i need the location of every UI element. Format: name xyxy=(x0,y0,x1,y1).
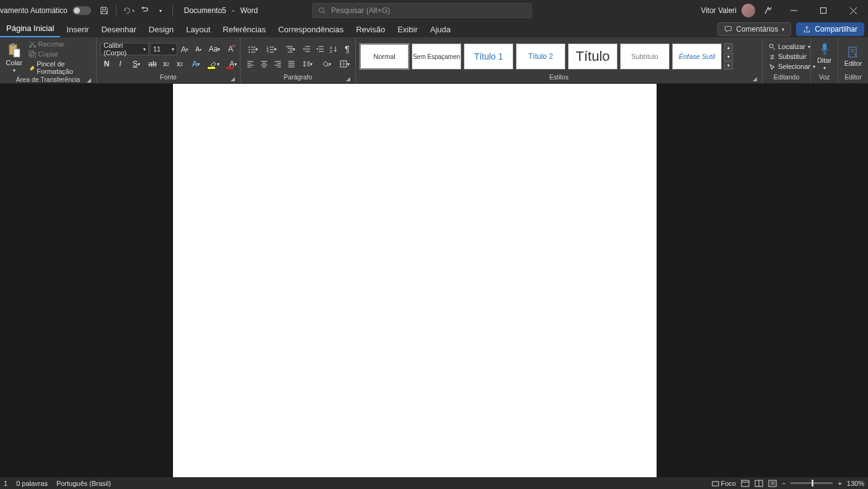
styles-expand[interactable]: ▾ xyxy=(724,61,733,70)
qat-customize[interactable]: ▾ xyxy=(153,2,169,19)
editor-button[interactable]: Editor xyxy=(842,45,864,68)
tab-references[interactable]: Referências xyxy=(216,22,272,37)
tab-home[interactable]: Página Inicial xyxy=(0,21,60,37)
underline-button[interactable]: S▾ xyxy=(128,58,145,70)
show-marks-button[interactable]: ¶ xyxy=(341,43,353,55)
close-button[interactable] xyxy=(841,0,866,21)
tab-review[interactable]: Revisão xyxy=(350,22,391,37)
undo-button[interactable]: ▾ xyxy=(120,2,136,19)
italic-button[interactable]: I xyxy=(114,58,126,70)
dictate-button[interactable]: Ditar ▾ xyxy=(815,42,834,72)
maximize-button[interactable] xyxy=(811,0,836,21)
style-normal[interactable]: Normal xyxy=(360,43,409,70)
superscript-button[interactable]: x2 xyxy=(174,58,186,70)
tab-insert[interactable]: Inserir xyxy=(60,22,95,37)
line-spacing-button[interactable]: ▾ xyxy=(299,58,316,70)
paste-button[interactable]: Colar ▾ xyxy=(4,42,25,74)
read-mode-button[interactable] xyxy=(755,480,763,487)
zoom-in-button[interactable]: + xyxy=(838,480,841,487)
zoom-slider[interactable] xyxy=(790,482,833,484)
svg-rect-3 xyxy=(820,7,826,13)
coming-soon-icon[interactable] xyxy=(760,2,776,19)
clipboard-launcher[interactable]: ◢ xyxy=(87,77,91,83)
bullets-button[interactable]: ▾ xyxy=(244,43,262,55)
user-area: Vitor Valeri xyxy=(701,0,868,21)
tab-draw[interactable]: Desenhar xyxy=(95,22,142,37)
svg-rect-6 xyxy=(9,45,17,55)
search-input[interactable]: Pesquisar (Alt+G) xyxy=(312,3,532,18)
find-button[interactable]: Localizar▾ xyxy=(766,42,818,51)
align-right-button[interactable] xyxy=(272,58,284,70)
align-left-button[interactable] xyxy=(244,58,257,70)
bold-button[interactable]: N xyxy=(100,58,113,70)
sort-button[interactable]: AZ xyxy=(327,43,340,55)
style-heading1[interactable]: Título 1 xyxy=(464,43,513,70)
svg-point-17 xyxy=(249,52,250,53)
select-button[interactable]: Selecionar▾ xyxy=(766,62,818,71)
status-words[interactable]: 0 palavras xyxy=(16,480,48,487)
style-no-spacing[interactable]: Sem Espaçamen xyxy=(412,43,461,70)
strikethrough-button[interactable]: ab xyxy=(146,58,159,70)
font-color-button[interactable]: A▾ xyxy=(224,58,242,70)
svg-point-15 xyxy=(249,49,250,50)
styles-down[interactable]: ▾ xyxy=(724,53,733,61)
text-effects-button[interactable]: A▾ xyxy=(187,58,205,70)
focus-mode-button[interactable]: Foco xyxy=(712,480,736,487)
status-language[interactable]: Português (Brasil) xyxy=(56,480,111,487)
tab-help[interactable]: Ajuda xyxy=(424,22,457,37)
align-center-button[interactable] xyxy=(258,58,270,70)
subscript-button[interactable]: x2 xyxy=(160,58,172,70)
numbering-button[interactable]: 123▾ xyxy=(263,43,280,55)
decrease-indent-button[interactable] xyxy=(300,43,312,55)
style-emphasis[interactable]: Ênfase Sutil xyxy=(672,43,722,70)
change-case-button[interactable]: Aa▾ xyxy=(206,43,223,55)
redo-button[interactable] xyxy=(136,2,153,19)
font-launcher[interactable]: ◢ xyxy=(231,76,235,82)
increase-indent-button[interactable] xyxy=(314,43,326,55)
borders-button[interactable]: ▾ xyxy=(336,58,353,70)
highlight-button[interactable]: ▾ xyxy=(206,58,223,70)
format-painter-button[interactable]: Pincel de Formatação xyxy=(26,60,92,76)
tab-layout[interactable]: Layout xyxy=(180,22,216,37)
print-layout-button[interactable] xyxy=(741,480,750,487)
align-right-icon xyxy=(274,60,281,68)
share-button[interactable]: Compartilhar xyxy=(796,22,864,36)
share-icon xyxy=(803,25,811,34)
web-layout-button[interactable] xyxy=(768,480,777,487)
style-title[interactable]: Título xyxy=(568,43,618,70)
zoom-out-button[interactable]: − xyxy=(782,480,786,487)
clear-format-button[interactable]: A⊘ xyxy=(224,43,237,55)
brush-icon xyxy=(29,64,35,71)
styles-launcher[interactable]: ◢ xyxy=(753,76,757,82)
svg-rect-62 xyxy=(823,43,826,50)
tab-mailings[interactable]: Correspondências xyxy=(272,22,350,37)
group-font: Calibri (Corpo)▾ 11▾ A▴ A▾ Aa▾ A⊘ N I S▾… xyxy=(97,37,241,83)
style-heading2[interactable]: Título 2 xyxy=(516,43,565,70)
style-subtitle[interactable]: Subtítulo xyxy=(620,43,670,70)
cursor-icon xyxy=(769,63,776,70)
svg-rect-7 xyxy=(11,43,15,46)
minimize-button[interactable] xyxy=(781,0,806,21)
justify-button[interactable] xyxy=(285,58,298,70)
grow-font-button[interactable]: A▴ xyxy=(179,43,191,55)
svg-rect-11 xyxy=(29,51,33,56)
tab-view[interactable]: Exibir xyxy=(391,22,424,37)
svg-rect-69 xyxy=(755,480,763,487)
avatar[interactable] xyxy=(742,4,755,17)
status-page[interactable]: 1 xyxy=(4,480,7,487)
font-size-select[interactable]: 11▾ xyxy=(150,43,177,55)
replace-button[interactable]: Substituir xyxy=(766,52,818,61)
zoom-level[interactable]: 130% xyxy=(847,480,864,487)
styles-up[interactable]: ▴ xyxy=(724,43,733,52)
autosave-toggle[interactable] xyxy=(73,6,91,15)
shading-button[interactable]: ▾ xyxy=(317,58,335,70)
page[interactable] xyxy=(173,84,657,477)
document-area[interactable] xyxy=(0,84,868,477)
comments-button[interactable]: Comentários ▾ xyxy=(717,22,791,36)
tab-design[interactable]: Design xyxy=(143,22,180,37)
shrink-font-button[interactable]: A▾ xyxy=(192,43,205,55)
font-name-select[interactable]: Calibri (Corpo)▾ xyxy=(100,43,149,55)
multilevel-button[interactable]: ▾ xyxy=(281,43,299,55)
save-button[interactable] xyxy=(96,2,112,19)
paragraph-launcher[interactable]: ◢ xyxy=(346,76,350,82)
